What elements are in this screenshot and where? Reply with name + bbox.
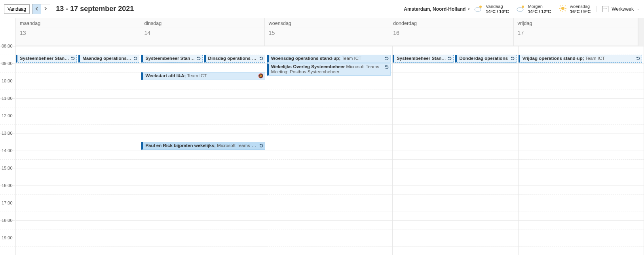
- hour-label: 10:00: [0, 78, 16, 83]
- hour-line: [16, 203, 141, 203]
- hour-line: [16, 151, 141, 151]
- calendar-event[interactable]: Maandag operations st: [78, 55, 139, 63]
- weather-temp: 14°C / 12°C: [528, 9, 551, 14]
- half-hour-line: [393, 72, 518, 73]
- chevron-down-icon: ⌄: [637, 7, 640, 11]
- hour-line: [393, 81, 518, 81]
- half-hour-line: [16, 90, 141, 90]
- time-gutter: 08:0009:0010:0011:0012:0013:0014:0015:00…: [0, 46, 16, 255]
- day-header[interactable]: maandag 13: [16, 18, 140, 46]
- hour-line: [141, 220, 266, 221]
- hour-label: 13:00: [0, 131, 16, 136]
- hour-line: [16, 168, 141, 168]
- half-hour-line: [519, 90, 644, 90]
- half-hour-line: [393, 142, 518, 142]
- half-hour-line: [267, 194, 392, 195]
- half-hour-line: [141, 124, 266, 125]
- hour-line: [393, 63, 518, 64]
- half-hour-line: [393, 194, 518, 195]
- half-hour-line: [393, 107, 518, 107]
- day-header[interactable]: vrijdag 17: [514, 18, 638, 46]
- weather-item[interactable]: woensdag 16°C / 9°C: [558, 4, 591, 14]
- recurring-icon: [259, 143, 264, 149]
- calendar-grid[interactable]: 08:0009:0010:0011:0012:0013:0014:0015:00…: [0, 46, 644, 255]
- calendar-icon: [602, 6, 608, 12]
- day-header[interactable]: donderdag 16: [389, 18, 513, 46]
- half-hour-line: [519, 142, 644, 142]
- svg-point-0: [479, 6, 482, 8]
- hour-line: [519, 133, 644, 134]
- day-column-fri[interactable]: Vrijdag operations stand-up; Team ICT: [519, 46, 644, 255]
- weather-temp: 16°C / 9°C: [570, 9, 591, 14]
- weather-temp: 14°C / 10°C: [486, 9, 509, 14]
- half-hour-line: [16, 107, 141, 107]
- hour-line: [267, 116, 392, 116]
- half-hour-line: [141, 177, 266, 177]
- half-hour-line: [267, 212, 392, 212]
- prev-week-button[interactable]: [32, 4, 41, 14]
- hour-line: [267, 46, 392, 46]
- time-gutter-header: [0, 18, 16, 46]
- svg-point-3: [517, 8, 523, 11]
- hour-line: [267, 220, 392, 221]
- hour-line: [141, 81, 266, 81]
- day-column-tue[interactable]: Systeembeheer StandUDinsdag operations s…: [141, 46, 267, 255]
- hour-line: [519, 238, 644, 238]
- next-week-button[interactable]: [41, 4, 50, 14]
- day-column-wed[interactable]: Woensdag operations stand-up; Team ICTWe…: [267, 46, 393, 255]
- half-hour-line: [393, 124, 518, 125]
- hour-label: 17:00: [0, 201, 16, 205]
- day-header[interactable]: woensdag 15: [265, 18, 389, 46]
- half-hour-line: [519, 124, 644, 125]
- hour-line: [519, 46, 644, 46]
- weather-item[interactable]: Morgen 14°C / 12°C: [516, 4, 551, 14]
- calendar-event[interactable]: Vrijdag operations stand-up; Team ICT: [519, 55, 642, 63]
- svg-point-1: [475, 8, 481, 11]
- half-hour-line: [519, 246, 644, 247]
- calendar-event[interactable]: Systeembeheer StandU: [393, 55, 454, 63]
- calendar-event[interactable]: Dinsdag operations sta: [204, 55, 265, 63]
- hour-line: [141, 238, 266, 238]
- day-number: 17: [514, 27, 638, 46]
- hour-line: [519, 168, 644, 168]
- calendar-event[interactable]: Paul en Rick bijpraten wekelijks; Micros…: [141, 142, 265, 150]
- hour-line: [141, 116, 266, 116]
- half-hour-line: [267, 159, 392, 160]
- half-hour-line: [141, 246, 266, 247]
- calendar-event[interactable]: Donderdag operations: [455, 55, 516, 63]
- day-column-mon[interactable]: Systeembeheer StandUMaandag operations s…: [16, 46, 141, 255]
- hour-label: 09:00: [0, 61, 16, 66]
- half-hour-line: [393, 90, 518, 90]
- weather-location-picker[interactable]: Amsterdam, Noord-Holland ▾: [404, 6, 470, 12]
- hour-label: 11:00: [0, 96, 16, 101]
- calendar-event[interactable]: Wekelijks Overleg Systeembeheer Microsof…: [267, 63, 391, 76]
- hour-line: [16, 185, 141, 186]
- hour-line: [267, 203, 392, 203]
- svg-line-10: [565, 10, 566, 11]
- half-hour-line: [519, 212, 644, 212]
- recurring-icon: [71, 56, 75, 62]
- calendar-toolbar: Vandaag 13 - 17 september 2021 Amsterdam…: [0, 0, 644, 18]
- hour-line: [393, 203, 518, 203]
- weather-item[interactable]: Vandaag 14°C / 10°C: [474, 4, 509, 14]
- hour-label: 18:00: [0, 218, 16, 223]
- half-hour-line: [267, 142, 392, 142]
- half-hour-line: [519, 194, 644, 195]
- half-hour-line: [519, 177, 644, 177]
- half-hour-line: [267, 90, 392, 90]
- hour-line: [141, 63, 266, 64]
- svg-line-12: [565, 6, 566, 6]
- view-picker[interactable]: Werkweek ⌄: [596, 6, 640, 12]
- day-column-thu[interactable]: Systeembeheer StandUDonderdag operations: [393, 46, 518, 255]
- half-hour-line: [141, 194, 266, 195]
- half-hour-line: [519, 159, 644, 160]
- calendar-event[interactable]: Weekstart afd I&A; Team ICT🔕: [141, 72, 265, 80]
- day-header[interactable]: dinsdag 14: [140, 18, 264, 46]
- today-button[interactable]: Vandaag: [4, 4, 30, 14]
- location-label: Amsterdam, Noord-Holland: [404, 6, 465, 12]
- calendar-event[interactable]: Systeembeheer StandU: [141, 55, 202, 63]
- hour-line: [393, 133, 518, 134]
- weather-day: woensdag: [570, 4, 591, 9]
- calendar-event[interactable]: Systeembeheer StandU: [16, 55, 77, 63]
- calendar-event[interactable]: Woensdag operations stand-up; Team ICT: [267, 55, 391, 63]
